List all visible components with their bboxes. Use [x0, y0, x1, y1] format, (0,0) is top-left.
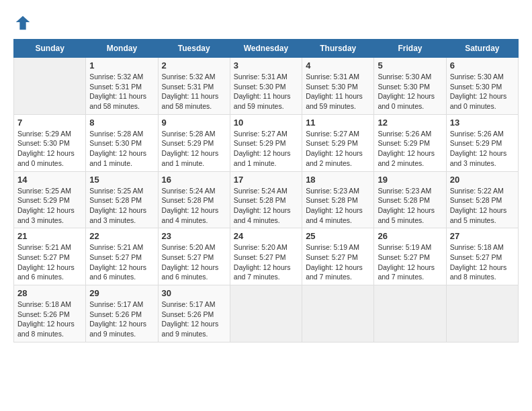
- day-info: Sunrise: 5:18 AM Sunset: 5:27 PM Dayligh…: [450, 242, 515, 282]
- header-cell-friday: Friday: [374, 40, 446, 58]
- day-number: 5: [378, 60, 442, 71]
- calendar-header: SundayMondayTuesdayWednesdayThursdayFrid…: [14, 40, 519, 58]
- day-cell: 30Sunrise: 5:17 AM Sunset: 5:26 PM Dayli…: [158, 285, 230, 342]
- calendar-table: SundayMondayTuesdayWednesdayThursdayFrid…: [13, 39, 519, 342]
- day-info: Sunrise: 5:32 AM Sunset: 5:31 PM Dayligh…: [162, 72, 226, 111]
- day-number: 7: [17, 118, 82, 128]
- day-info: Sunrise: 5:20 AM Sunset: 5:27 PM Dayligh…: [234, 242, 298, 282]
- day-number: 4: [306, 60, 370, 71]
- day-info: Sunrise: 5:20 AM Sunset: 5:27 PM Dayligh…: [162, 242, 226, 282]
- day-number: 3: [234, 60, 298, 71]
- calendar-body: 1Sunrise: 5:32 AM Sunset: 5:31 PM Daylig…: [14, 58, 519, 342]
- header-cell-saturday: Saturday: [446, 40, 518, 58]
- day-cell: 1Sunrise: 5:32 AM Sunset: 5:31 PM Daylig…: [86, 58, 158, 115]
- week-row-2: 7Sunrise: 5:29 AM Sunset: 5:30 PM Daylig…: [14, 114, 519, 171]
- day-cell: 13Sunrise: 5:26 AM Sunset: 5:29 PM Dayli…: [446, 114, 518, 171]
- day-cell: 27Sunrise: 5:18 AM Sunset: 5:27 PM Dayli…: [446, 228, 518, 285]
- day-cell: 29Sunrise: 5:17 AM Sunset: 5:26 PM Dayli…: [86, 285, 158, 342]
- day-info: Sunrise: 5:27 AM Sunset: 5:29 PM Dayligh…: [306, 129, 370, 169]
- day-cell: [374, 285, 446, 342]
- day-number: 27: [450, 231, 515, 241]
- day-number: 8: [89, 118, 154, 128]
- day-cell: 2Sunrise: 5:32 AM Sunset: 5:31 PM Daylig…: [158, 58, 230, 115]
- day-info: Sunrise: 5:25 AM Sunset: 5:28 PM Dayligh…: [89, 186, 154, 226]
- week-row-1: 1Sunrise: 5:32 AM Sunset: 5:31 PM Daylig…: [14, 58, 519, 115]
- day-number: 12: [378, 118, 442, 128]
- day-cell: 5Sunrise: 5:30 AM Sunset: 5:30 PM Daylig…: [374, 58, 446, 115]
- day-number: 23: [162, 231, 226, 241]
- day-cell: 17Sunrise: 5:24 AM Sunset: 5:28 PM Dayli…: [230, 171, 302, 228]
- day-number: 20: [450, 175, 515, 185]
- day-info: Sunrise: 5:21 AM Sunset: 5:27 PM Dayligh…: [17, 242, 82, 282]
- day-info: Sunrise: 5:32 AM Sunset: 5:31 PM Dayligh…: [89, 72, 154, 111]
- day-info: Sunrise: 5:28 AM Sunset: 5:30 PM Dayligh…: [89, 129, 154, 169]
- header-cell-thursday: Thursday: [302, 40, 374, 58]
- header-cell-wednesday: Wednesday: [230, 40, 302, 58]
- day-cell: 24Sunrise: 5:20 AM Sunset: 5:27 PM Dayli…: [230, 228, 302, 285]
- day-number: 19: [378, 175, 442, 185]
- day-number: 15: [89, 175, 154, 185]
- day-info: Sunrise: 5:26 AM Sunset: 5:29 PM Dayligh…: [378, 129, 442, 169]
- header-cell-sunday: Sunday: [14, 40, 86, 58]
- day-cell: 25Sunrise: 5:19 AM Sunset: 5:27 PM Dayli…: [302, 228, 374, 285]
- day-number: 13: [450, 118, 515, 128]
- day-number: 24: [234, 231, 298, 241]
- header-cell-tuesday: Tuesday: [158, 40, 230, 58]
- day-number: 21: [17, 231, 82, 241]
- day-info: Sunrise: 5:24 AM Sunset: 5:28 PM Dayligh…: [234, 186, 298, 226]
- day-number: 9: [162, 118, 226, 128]
- day-cell: 19Sunrise: 5:23 AM Sunset: 5:28 PM Dayli…: [374, 171, 446, 228]
- week-row-3: 14Sunrise: 5:25 AM Sunset: 5:29 PM Dayli…: [14, 171, 519, 228]
- day-cell: [446, 285, 518, 342]
- day-cell: 6Sunrise: 5:30 AM Sunset: 5:30 PM Daylig…: [446, 58, 518, 115]
- day-info: Sunrise: 5:18 AM Sunset: 5:26 PM Dayligh…: [17, 300, 82, 339]
- week-row-5: 28Sunrise: 5:18 AM Sunset: 5:26 PM Dayli…: [14, 285, 519, 342]
- day-info: Sunrise: 5:30 AM Sunset: 5:30 PM Dayligh…: [450, 72, 515, 111]
- day-cell: [302, 285, 374, 342]
- header-cell-monday: Monday: [86, 40, 158, 58]
- day-info: Sunrise: 5:17 AM Sunset: 5:26 PM Dayligh…: [162, 300, 226, 339]
- day-number: 11: [306, 118, 370, 128]
- day-number: 28: [17, 288, 82, 298]
- logo: [13, 13, 35, 32]
- day-info: Sunrise: 5:23 AM Sunset: 5:28 PM Dayligh…: [306, 186, 370, 226]
- day-cell: 16Sunrise: 5:24 AM Sunset: 5:28 PM Dayli…: [158, 171, 230, 228]
- day-cell: 11Sunrise: 5:27 AM Sunset: 5:29 PM Dayli…: [302, 114, 374, 171]
- day-number: 16: [162, 175, 226, 185]
- day-number: 17: [234, 175, 298, 185]
- day-info: Sunrise: 5:26 AM Sunset: 5:29 PM Dayligh…: [450, 129, 515, 169]
- day-cell: 4Sunrise: 5:31 AM Sunset: 5:30 PM Daylig…: [302, 58, 374, 115]
- day-info: Sunrise: 5:31 AM Sunset: 5:30 PM Dayligh…: [234, 72, 298, 111]
- svg-marker-0: [16, 16, 30, 30]
- day-cell: 18Sunrise: 5:23 AM Sunset: 5:28 PM Dayli…: [302, 171, 374, 228]
- day-cell: 28Sunrise: 5:18 AM Sunset: 5:26 PM Dayli…: [14, 285, 86, 342]
- day-info: Sunrise: 5:27 AM Sunset: 5:29 PM Dayligh…: [234, 129, 298, 169]
- day-number: 25: [306, 231, 370, 241]
- day-info: Sunrise: 5:23 AM Sunset: 5:28 PM Dayligh…: [378, 186, 442, 226]
- day-info: Sunrise: 5:24 AM Sunset: 5:28 PM Dayligh…: [162, 186, 226, 226]
- day-cell: 8Sunrise: 5:28 AM Sunset: 5:30 PM Daylig…: [86, 114, 158, 171]
- day-number: 10: [234, 118, 298, 128]
- day-info: Sunrise: 5:17 AM Sunset: 5:26 PM Dayligh…: [89, 300, 154, 339]
- day-cell: 7Sunrise: 5:29 AM Sunset: 5:30 PM Daylig…: [14, 114, 86, 171]
- day-cell: 21Sunrise: 5:21 AM Sunset: 5:27 PM Dayli…: [14, 228, 86, 285]
- day-info: Sunrise: 5:30 AM Sunset: 5:30 PM Dayligh…: [378, 72, 442, 111]
- day-cell: 26Sunrise: 5:19 AM Sunset: 5:27 PM Dayli…: [374, 228, 446, 285]
- day-cell: 14Sunrise: 5:25 AM Sunset: 5:29 PM Dayli…: [14, 171, 86, 228]
- day-info: Sunrise: 5:22 AM Sunset: 5:28 PM Dayligh…: [450, 186, 515, 226]
- day-number: 26: [378, 231, 442, 241]
- day-cell: 20Sunrise: 5:22 AM Sunset: 5:28 PM Dayli…: [446, 171, 518, 228]
- logo-icon: [13, 13, 32, 32]
- day-info: Sunrise: 5:29 AM Sunset: 5:30 PM Dayligh…: [17, 129, 82, 169]
- day-info: Sunrise: 5:25 AM Sunset: 5:29 PM Dayligh…: [17, 186, 82, 226]
- day-number: 6: [450, 60, 515, 71]
- day-cell: 12Sunrise: 5:26 AM Sunset: 5:29 PM Dayli…: [374, 114, 446, 171]
- day-number: 22: [89, 231, 154, 241]
- day-cell: [14, 58, 86, 115]
- day-number: 29: [89, 288, 154, 298]
- day-cell: 3Sunrise: 5:31 AM Sunset: 5:30 PM Daylig…: [230, 58, 302, 115]
- day-cell: 23Sunrise: 5:20 AM Sunset: 5:27 PM Dayli…: [158, 228, 230, 285]
- week-row-4: 21Sunrise: 5:21 AM Sunset: 5:27 PM Dayli…: [14, 228, 519, 285]
- day-cell: 9Sunrise: 5:28 AM Sunset: 5:29 PM Daylig…: [158, 114, 230, 171]
- day-number: 2: [162, 60, 226, 71]
